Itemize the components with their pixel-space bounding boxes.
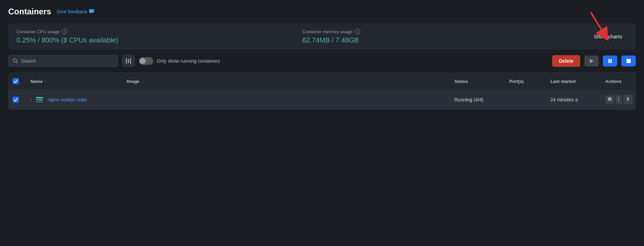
cpu-label: Container CPU usage i — [16, 29, 302, 34]
memory-label: Container memory usage i — [302, 29, 588, 34]
search-input[interactable] — [21, 58, 114, 64]
svg-marker-4 — [590, 59, 594, 63]
row-image-cell — [122, 97, 450, 102]
play-button[interactable] — [584, 56, 599, 66]
give-feedback-link[interactable]: Give feedback — [57, 9, 94, 14]
th-last-started: Last started — [546, 76, 601, 86]
stop-button[interactable] — [621, 56, 636, 66]
page-title: Containers — [8, 7, 51, 16]
toolbar: Only show running containers Delete — [8, 55, 636, 67]
stack-icon — [35, 95, 44, 104]
th-name[interactable]: Name ↑ — [26, 76, 122, 86]
memory-stat-block: Container memory usage i 62.74MB / 7.48G… — [302, 29, 588, 44]
row-checkmark-icon — [14, 98, 18, 102]
svg-line-3 — [16, 62, 18, 63]
select-all-checkbox[interactable] — [13, 78, 19, 84]
svg-rect-7 — [627, 59, 631, 63]
svg-rect-5 — [608, 59, 610, 63]
sort-arrow-name: ↑ — [44, 79, 46, 84]
columns-button[interactable] — [122, 55, 135, 67]
th-image: Image — [122, 76, 450, 86]
cpu-stat-block: Container CPU usage i 0.25% / 800% (8 CP… — [16, 29, 302, 44]
play-icon — [589, 59, 594, 63]
running-filter-toggle-container: Only show running containers — [139, 57, 220, 65]
row-status-cell: Running (4/4) — [450, 94, 505, 105]
th-status: Status — [450, 76, 505, 86]
row-checkbox[interactable] — [13, 97, 19, 103]
search-container — [8, 55, 118, 67]
th-ports: Port(s) — [505, 76, 546, 86]
row-more-button[interactable] — [616, 95, 622, 104]
row-checkbox-cell — [9, 94, 26, 106]
th-checkbox — [9, 76, 26, 86]
running-filter-toggle[interactable] — [139, 57, 153, 65]
expand-arrow[interactable]: › — [31, 97, 32, 102]
svg-point-13 — [618, 99, 619, 100]
show-charts-button[interactable]: Show charts — [588, 31, 628, 42]
page-header: Containers Give feedback — [8, 7, 636, 16]
svg-rect-10 — [36, 97, 43, 98]
table-header: Name ↑ Image Status Port(s) Last started… — [9, 73, 635, 90]
row-stop-icon — [608, 97, 612, 101]
table-row: › nginx-nodejs-redis Running (4/4) 24 mi… — [9, 90, 635, 109]
cpu-value: 0.25% / 800% (8 CPUs available) — [16, 36, 302, 44]
container-name-link[interactable]: nginx-nodejs-redis — [48, 97, 87, 102]
svg-point-14 — [618, 100, 619, 101]
containers-table: Name ↑ Image Status Port(s) Last started… — [8, 72, 636, 110]
cpu-info-icon[interactable]: i — [62, 29, 67, 34]
checkmark-icon — [14, 79, 18, 83]
running-filter-label: Only show running containers — [157, 58, 220, 64]
row-ports-cell — [505, 97, 546, 102]
search-icon — [13, 58, 18, 64]
th-actions: Actions — [601, 76, 635, 86]
row-actions-cell — [601, 92, 635, 107]
row-delete-button[interactable] — [623, 95, 633, 104]
row-name-cell: › nginx-nodejs-redis — [26, 92, 122, 107]
svg-rect-11 — [608, 97, 611, 101]
feedback-icon — [89, 9, 94, 14]
pause-icon — [608, 59, 612, 63]
trash-icon — [625, 97, 630, 101]
memory-info-icon[interactable]: i — [355, 29, 360, 34]
more-icon — [618, 97, 619, 101]
svg-point-12 — [618, 97, 619, 98]
svg-rect-9 — [36, 99, 43, 100]
stop-icon — [626, 59, 631, 63]
memory-value: 62.74MB / 7.48GB — [302, 36, 588, 44]
row-last-started-cell: 24 minutes a — [546, 94, 601, 105]
pause-button[interactable] — [603, 56, 617, 66]
svg-rect-8 — [36, 101, 43, 102]
svg-rect-6 — [610, 59, 612, 63]
delete-button[interactable]: Delete — [552, 55, 580, 67]
stats-bar: Container CPU usage i 0.25% / 800% (8 CP… — [8, 23, 636, 50]
row-stop-button[interactable] — [605, 95, 614, 104]
